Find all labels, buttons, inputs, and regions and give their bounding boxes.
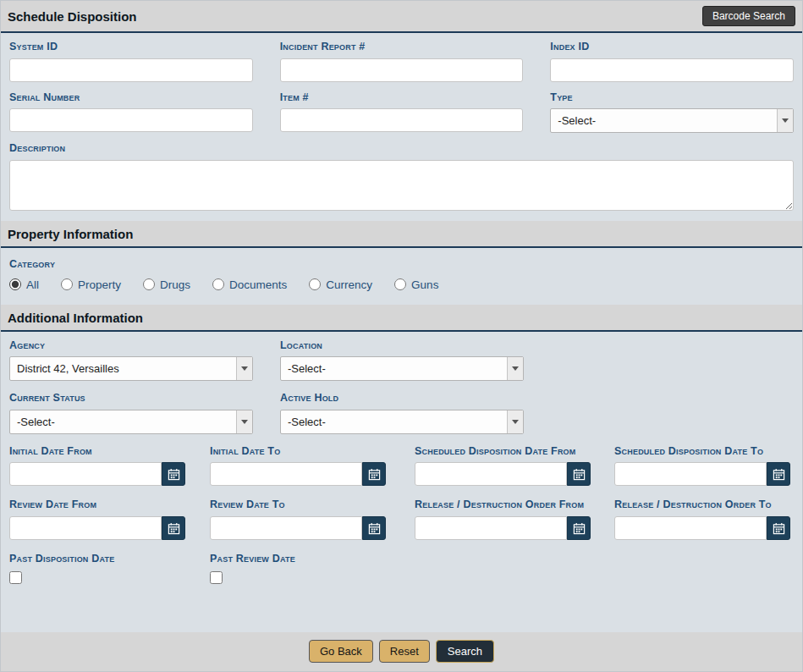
system-id-label: System ID bbox=[9, 41, 253, 54]
location-field: Location -Select- bbox=[280, 339, 524, 382]
system-id-input[interactable] bbox=[9, 58, 253, 82]
chevron-down-icon bbox=[236, 410, 252, 433]
release-destruction-order-to-group bbox=[614, 516, 790, 540]
search-fields-section: System ID Incident Report # Index ID Ser… bbox=[1, 33, 802, 221]
calendar-icon bbox=[368, 468, 381, 481]
incident-report-input[interactable] bbox=[280, 58, 524, 82]
calendar-icon bbox=[773, 468, 785, 481]
initial-date-to-label: Initial Date To bbox=[210, 445, 406, 459]
release-destruction-order-from-input[interactable] bbox=[415, 516, 567, 540]
review-date-from-calendar-button[interactable] bbox=[162, 516, 185, 540]
category-radio-documents[interactable]: Documents bbox=[212, 278, 287, 291]
initial-date-to-group bbox=[210, 462, 386, 486]
category-radio-guns[interactable]: Guns bbox=[394, 278, 438, 291]
category-radio-documents-label: Documents bbox=[229, 278, 287, 291]
scheduled-disposition-date-from-input[interactable] bbox=[415, 462, 567, 486]
category-radio-all-input[interactable] bbox=[9, 278, 21, 290]
release-destruction-order-to-input[interactable] bbox=[614, 516, 767, 540]
review-date-to-field: Review Date To bbox=[210, 498, 406, 540]
category-radio-property-label: Property bbox=[78, 278, 121, 291]
item-number-label: Item # bbox=[280, 91, 524, 105]
category-radio-group: All Property Drugs Documents Currency Gu bbox=[9, 278, 794, 291]
active-hold-select[interactable]: -Select- bbox=[280, 410, 524, 434]
footer-button-bar: Go Back Reset Search bbox=[1, 632, 802, 671]
category-radio-guns-input[interactable] bbox=[394, 278, 406, 290]
review-date-from-label: Review Date From bbox=[9, 498, 201, 512]
search-button[interactable]: Search bbox=[436, 640, 494, 663]
serial-number-field: Serial Number bbox=[9, 91, 253, 134]
chevron-down-icon bbox=[777, 109, 793, 132]
category-radio-currency-label: Currency bbox=[326, 278, 372, 291]
current-status-field: Current Status -Select- bbox=[9, 392, 253, 434]
chevron-down-icon bbox=[236, 357, 252, 380]
date-row-1: Initial Date From Initial Date To bbox=[9, 445, 794, 487]
review-date-to-label: Review Date To bbox=[210, 498, 406, 512]
scheduled-disposition-date-to-input[interactable] bbox=[614, 462, 767, 486]
category-radio-drugs-input[interactable] bbox=[143, 278, 155, 290]
barcode-search-button[interactable]: Barcode Search bbox=[702, 6, 795, 26]
release-destruction-order-from-calendar-button[interactable] bbox=[567, 516, 591, 540]
item-number-field: Item # bbox=[280, 91, 524, 134]
additional-information-header: Additional Information bbox=[1, 305, 802, 332]
agency-select[interactable]: District 42, Versailles bbox=[9, 356, 253, 381]
review-date-to-input[interactable] bbox=[210, 516, 362, 540]
active-hold-label: Active Hold bbox=[280, 392, 524, 405]
category-radio-documents-input[interactable] bbox=[212, 278, 224, 290]
category-radio-currency-input[interactable] bbox=[309, 278, 321, 290]
review-date-to-calendar-button[interactable] bbox=[362, 516, 386, 540]
status-hold-row: Current Status -Select- Active Hold -Sel… bbox=[9, 392, 794, 434]
review-date-from-field: Review Date From bbox=[9, 498, 201, 540]
release-destruction-order-to-calendar-button[interactable] bbox=[767, 516, 790, 540]
review-date-to-group bbox=[210, 516, 386, 540]
go-back-button[interactable]: Go Back bbox=[309, 640, 373, 663]
system-id-field: System ID bbox=[9, 41, 253, 82]
additional-information-title: Additional Information bbox=[8, 311, 795, 325]
schedule-disposition-page: Schedule Disposition Barcode Search Syst… bbox=[0, 0, 803, 672]
date-row-2: Review Date From Review Date To bbox=[9, 498, 794, 540]
past-disposition-date-checkbox[interactable] bbox=[9, 571, 22, 584]
past-disposition-date-field: Past Disposition Date bbox=[9, 553, 201, 584]
release-destruction-order-from-group bbox=[415, 516, 591, 540]
chevron-down-icon bbox=[507, 410, 523, 433]
category-radio-drugs[interactable]: Drugs bbox=[143, 278, 190, 291]
initial-date-from-calendar-button[interactable] bbox=[162, 462, 185, 486]
release-destruction-order-to-label: Release / Destruction Order To bbox=[614, 498, 794, 512]
past-review-date-checkbox[interactable] bbox=[210, 571, 223, 584]
index-id-input[interactable] bbox=[550, 58, 794, 82]
chevron-down-icon bbox=[507, 357, 523, 380]
serial-number-input[interactable] bbox=[9, 108, 253, 132]
initial-date-to-input[interactable] bbox=[210, 462, 362, 486]
category-radio-property-input[interactable] bbox=[61, 278, 73, 290]
calendar-icon bbox=[168, 522, 180, 535]
type-select[interactable]: -Select- bbox=[550, 108, 794, 133]
initial-date-to-calendar-button[interactable] bbox=[362, 462, 386, 486]
current-status-select[interactable]: -Select- bbox=[9, 410, 253, 434]
item-number-input[interactable] bbox=[280, 108, 524, 132]
initial-date-from-input[interactable] bbox=[9, 462, 162, 486]
active-hold-select-value: -Select- bbox=[281, 410, 507, 433]
past-review-date-field: Past Review Date bbox=[210, 553, 406, 584]
initial-date-from-label: Initial Date From bbox=[9, 445, 201, 459]
category-radio-all[interactable]: All bbox=[9, 278, 39, 291]
description-input[interactable] bbox=[9, 160, 794, 211]
type-label: Type bbox=[550, 91, 794, 105]
scheduled-disposition-date-from-calendar-button[interactable] bbox=[567, 462, 591, 486]
category-radio-guns-label: Guns bbox=[411, 278, 438, 291]
page-title: Schedule Disposition bbox=[8, 9, 137, 24]
calendar-icon bbox=[773, 522, 785, 535]
calendar-icon bbox=[573, 522, 586, 535]
location-select[interactable]: -Select- bbox=[280, 356, 524, 381]
property-information-header: Property Information bbox=[1, 221, 802, 248]
index-id-field: Index ID bbox=[550, 41, 794, 82]
category-radio-property[interactable]: Property bbox=[61, 278, 121, 291]
checkbox-row: Past Disposition Date Past Review Date bbox=[9, 553, 794, 584]
calendar-icon bbox=[573, 468, 586, 481]
current-status-label: Current Status bbox=[9, 392, 253, 405]
scheduled-disposition-date-from-group bbox=[415, 462, 591, 486]
review-date-from-input[interactable] bbox=[9, 516, 162, 540]
reset-button[interactable]: Reset bbox=[379, 640, 430, 663]
category-radio-currency[interactable]: Currency bbox=[309, 278, 372, 291]
scheduled-disposition-date-to-calendar-button[interactable] bbox=[767, 462, 790, 486]
location-label: Location bbox=[280, 339, 524, 353]
scheduled-disposition-date-to-group bbox=[614, 462, 790, 486]
